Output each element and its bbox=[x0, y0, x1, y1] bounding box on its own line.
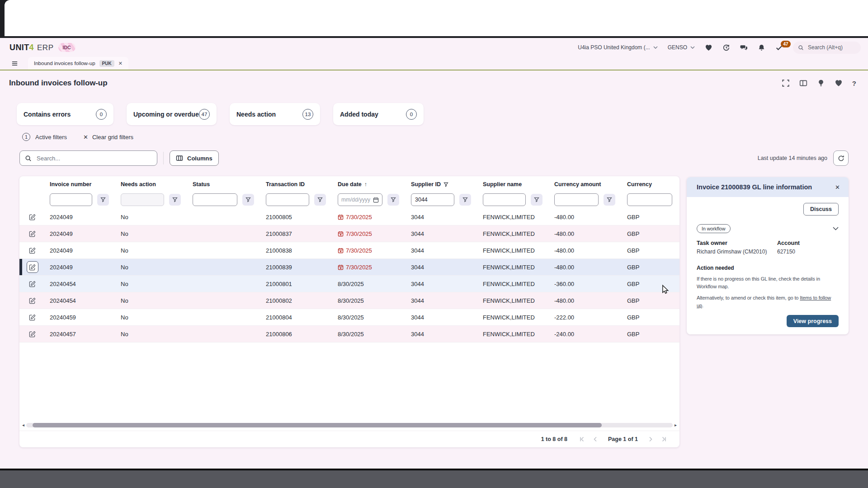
funnel-icon[interactable] bbox=[169, 194, 181, 206]
col-due-date[interactable]: Due date↑ bbox=[333, 178, 406, 191]
refresh-button[interactable] bbox=[833, 150, 849, 166]
scrollbar-track[interactable] bbox=[26, 423, 673, 427]
row-edit-button[interactable] bbox=[27, 211, 38, 223]
due-date-filter-input[interactable]: mm/dd/yyyy bbox=[338, 193, 382, 206]
card-added-today[interactable]: Added today 0 bbox=[333, 103, 424, 125]
grid-search-input[interactable] bbox=[36, 155, 152, 162]
scroll-right-icon[interactable]: ▸ bbox=[675, 423, 677, 427]
last-page-icon[interactable] bbox=[661, 436, 667, 442]
table-row[interactable]: 2024049 No 21000837 7/30/2025 3044 FENWI… bbox=[19, 225, 679, 242]
date-placeholder: mm/dd/yyyy bbox=[341, 197, 370, 203]
row-edit-button[interactable] bbox=[27, 311, 38, 323]
next-page-icon[interactable] bbox=[648, 436, 653, 442]
supplier-id-cell: 3044 bbox=[406, 331, 478, 338]
card-upcoming-overdue[interactable]: Upcoming or overdue 47 bbox=[127, 103, 217, 125]
card-label: Upcoming or overdue bbox=[133, 111, 199, 118]
previous-page-icon[interactable] bbox=[593, 436, 598, 442]
funnel-icon[interactable] bbox=[387, 194, 399, 206]
transaction-id-filter-input[interactable] bbox=[266, 193, 309, 206]
row-edit-button[interactable] bbox=[27, 295, 38, 306]
discuss-button[interactable]: Discuss bbox=[803, 203, 839, 216]
col-currency-amount[interactable]: Currency amount bbox=[550, 178, 623, 191]
global-search[interactable] bbox=[793, 42, 861, 54]
lightbulb-icon[interactable] bbox=[817, 79, 825, 87]
row-edit-button[interactable] bbox=[27, 244, 38, 256]
layout-columns-icon[interactable] bbox=[799, 79, 807, 87]
view-progress-button[interactable]: View progress bbox=[787, 315, 839, 327]
funnel-icon[interactable] bbox=[314, 194, 326, 206]
notifications-bell-icon[interactable] bbox=[758, 44, 765, 52]
table-row[interactable]: 2024049 No 21000838 7/30/2025 3044 FENWI… bbox=[19, 242, 679, 259]
funnel-icon[interactable] bbox=[242, 194, 254, 206]
table-row[interactable]: 20240454 No 21000802 8/30/2025 3044 FENW… bbox=[19, 292, 679, 309]
invoice-number-cell: 2024049 bbox=[45, 247, 116, 254]
card-needs-action[interactable]: Needs action 13 bbox=[230, 103, 320, 125]
company-selector[interactable]: U4ia PSO United Kingdom (... bbox=[578, 44, 657, 51]
table-row[interactable]: 20240454 No 21000801 8/30/2025 3044 FENW… bbox=[19, 276, 679, 292]
fullscreen-icon[interactable] bbox=[782, 79, 790, 87]
status-filter-input[interactable] bbox=[193, 193, 237, 206]
menu-hamburger-icon[interactable] bbox=[8, 57, 21, 70]
col-transaction-id[interactable]: Transaction ID bbox=[261, 178, 333, 191]
account-value: 627150 bbox=[777, 249, 839, 255]
row-edit-button[interactable] bbox=[27, 228, 38, 239]
table-row[interactable]: 20240459 No 21000804 8/30/2025 3044 FENW… bbox=[19, 309, 679, 326]
filter-supplier-id bbox=[406, 191, 478, 209]
table-row[interactable]: 20240457 No 21000806 8/30/2025 3044 FENW… bbox=[19, 326, 679, 343]
invoice-number-filter-input[interactable] bbox=[50, 193, 92, 206]
history-icon[interactable] bbox=[722, 44, 730, 52]
transaction-id-cell: 21000837 bbox=[261, 230, 333, 237]
pencil-square-icon bbox=[29, 230, 36, 237]
col-needs-action[interactable]: Needs action bbox=[116, 178, 188, 191]
funnel-icon[interactable] bbox=[459, 194, 471, 206]
supplier-id-cell: 3044 bbox=[406, 214, 478, 221]
environment-name: GENSO bbox=[668, 44, 687, 51]
funnel-icon[interactable] bbox=[604, 194, 615, 206]
needs-action-cell: No bbox=[116, 264, 188, 271]
table-row[interactable]: 2024049 No 21000805 7/30/2025 3044 FENWI… bbox=[19, 209, 679, 225]
clear-grid-filters-button[interactable]: ✕ Clear grid filters bbox=[83, 134, 133, 141]
col-invoice-number[interactable]: Invoice number bbox=[45, 178, 116, 191]
favorites-heart-icon[interactable] bbox=[705, 44, 712, 52]
table-row[interactable]: 2024049 No 21000839 7/30/2025 3044 FENWI… bbox=[19, 259, 679, 276]
supplier-id-cell: 3044 bbox=[406, 247, 478, 254]
row-edit-button[interactable] bbox=[27, 278, 38, 290]
close-icon[interactable]: ✕ bbox=[834, 183, 841, 192]
filter-applied-icon bbox=[443, 182, 448, 187]
card-contains-errors[interactable]: Contains errors 0 bbox=[17, 103, 113, 125]
funnel-icon[interactable] bbox=[531, 194, 542, 206]
global-search-input[interactable] bbox=[807, 44, 854, 51]
messages-icon[interactable] bbox=[740, 44, 748, 52]
tab-puk-badge: PUK bbox=[99, 60, 114, 67]
edit-cell bbox=[19, 278, 45, 290]
calendar-icon[interactable] bbox=[373, 197, 379, 203]
first-page-icon[interactable] bbox=[579, 436, 585, 442]
help-icon[interactable]: ? bbox=[852, 80, 856, 87]
funnel-icon[interactable] bbox=[97, 194, 109, 206]
active-filters-label[interactable]: Active filters bbox=[35, 134, 67, 141]
clear-label: Clear grid filters bbox=[92, 134, 133, 141]
filter-supplier-name bbox=[478, 191, 550, 209]
tasks-check-icon[interactable]: 47 bbox=[775, 44, 783, 52]
col-supplier-name[interactable]: Supplier name bbox=[478, 178, 550, 191]
supplier-id-filter-input[interactable] bbox=[411, 193, 454, 206]
row-edit-button[interactable] bbox=[27, 328, 38, 340]
row-edit-button[interactable] bbox=[27, 261, 38, 273]
tab-inbound-invoices[interactable]: Inbound invoices follow-up PUK ✕ bbox=[28, 57, 128, 70]
supplier-name-filter-input[interactable] bbox=[483, 193, 526, 206]
col-supplier-id[interactable]: Supplier ID bbox=[406, 178, 478, 191]
scroll-left-icon[interactable]: ◂ bbox=[22, 423, 24, 427]
favorite-heart-icon[interactable] bbox=[835, 79, 843, 87]
environment-selector[interactable]: GENSO bbox=[668, 44, 695, 51]
col-status[interactable]: Status bbox=[188, 178, 261, 191]
tab-close-icon[interactable]: ✕ bbox=[118, 61, 123, 66]
currency-filter-input[interactable] bbox=[627, 193, 672, 206]
grid-search[interactable] bbox=[19, 150, 157, 166]
currency-amount-filter-input[interactable] bbox=[554, 193, 599, 206]
supplier-name-cell: FENWICK,LIMITED bbox=[478, 297, 550, 304]
col-currency[interactable]: Currency bbox=[623, 178, 679, 191]
chevron-down-icon[interactable] bbox=[833, 227, 839, 230]
scrollbar-thumb[interactable] bbox=[33, 423, 601, 427]
columns-button[interactable]: Columns bbox=[170, 150, 219, 166]
filter-due-date: mm/dd/yyyy bbox=[333, 191, 406, 209]
